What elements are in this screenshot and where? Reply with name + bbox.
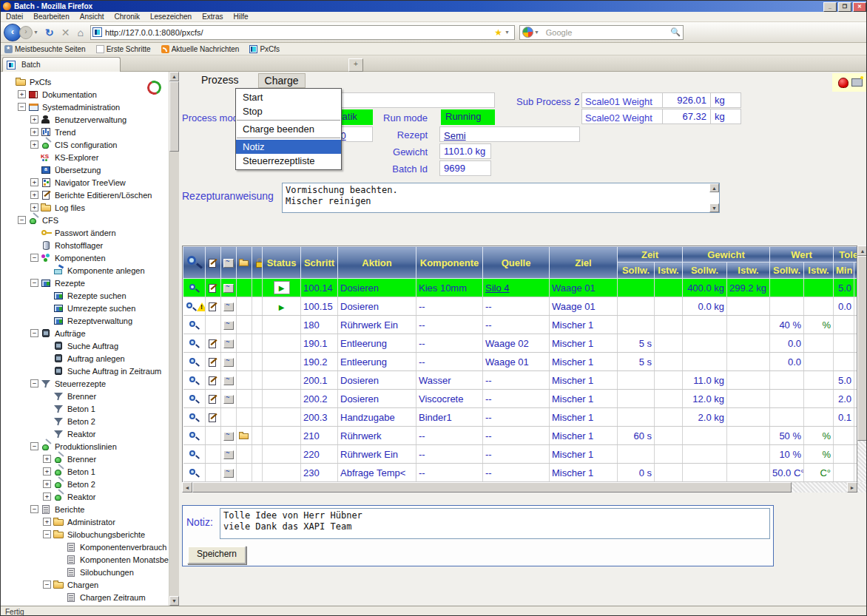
bookmark-item[interactable]: PxCfs	[249, 45, 280, 53]
menu-item-steuerrezeptliste[interactable]: Steuerrezeptliste	[236, 154, 341, 168]
menu-item-notiz[interactable]: Notiz	[236, 140, 341, 154]
maximize-button[interactable]: ❐	[838, 2, 851, 12]
header-magnifier-big-icon[interactable]	[183, 247, 206, 279]
table-row[interactable]: 210Rührwerk----Mischer 160 s50 %%	[183, 427, 858, 445]
magnifier-icon[interactable]	[189, 394, 200, 405]
browser-menu-datei[interactable]: Datei	[1, 13, 28, 21]
plus-expander-icon[interactable]: +	[30, 141, 38, 149]
bookmark-item[interactable]: Meistbesuchte Seiten	[4, 45, 86, 53]
tree-item-berichte-editieren-l-schen[interactable]: +Berichte Editieren/Löschen	[1, 189, 169, 201]
sub-header-sollw[interactable]: Sollw.	[618, 263, 655, 279]
plus-expander-icon[interactable]: +	[43, 467, 51, 475]
menu-item-charge-beenden[interactable]: Charge beenden	[236, 122, 341, 136]
menu-item-stop[interactable]: Stop	[236, 104, 341, 118]
stop-button[interactable]: ✕	[61, 27, 70, 38]
magnifier-icon[interactable]	[189, 450, 200, 460]
tree-item-trend[interactable]: +Trend	[1, 126, 169, 138]
edit-icon[interactable]	[208, 357, 219, 368]
trend-icon[interactable]	[223, 320, 235, 331]
browser-menu-ansicht[interactable]: Ansicht	[75, 13, 109, 21]
folder-icon[interactable]	[239, 431, 250, 441]
edit-icon[interactable]	[208, 394, 219, 405]
table-row[interactable]: 200.2DosierenViscocrete--Mischer 112.0 k…	[183, 390, 858, 408]
sub-header-istw[interactable]: Istw.	[727, 263, 770, 279]
magnifier-icon[interactable]	[189, 431, 200, 441]
tree-item-navigator-treeview[interactable]: +Navigator TreeView	[1, 176, 169, 189]
tree-item-beton-2[interactable]: +Beton 2	[1, 415, 169, 427]
table-row[interactable]: 220Rührwerk Ein----Mischer 110 %%	[183, 445, 858, 464]
tree-item-brenner[interactable]: +Brenner	[1, 390, 169, 402]
tree-item-silobuchungen[interactable]: +Silobuchungen	[1, 566, 169, 578]
edit-icon[interactable]	[208, 339, 219, 349]
sub-header-istw[interactable]: Istw.	[804, 263, 834, 279]
column-header-ziel[interactable]: Ziel	[550, 247, 618, 279]
tree-item-komponentenverbrauch[interactable]: +Komponentenverbrauch	[1, 541, 169, 553]
notiz-textarea[interactable]: Tolle Idee von Herr Hübner viele Dank da…	[220, 508, 770, 539]
plus-expander-icon[interactable]: +	[30, 178, 38, 186]
rezept-link[interactable]: Semi	[444, 130, 466, 141]
home-button[interactable]: ⌂	[77, 27, 83, 38]
tree-item-steuerrezepte[interactable]: −Steuerrezepte	[1, 377, 169, 390]
table-row[interactable]: 190.1Entleerung--Waage 02Mischer 15 s0.0	[183, 334, 858, 353]
tree-item-rezepte-suchen[interactable]: +Rezepte suchen	[1, 289, 169, 302]
tree-item-silobuchungsberichte[interactable]: −Silobuchungsberichte	[1, 528, 169, 541]
magnifier-icon[interactable]	[189, 413, 200, 423]
speichern-button[interactable]: Speichern	[187, 546, 246, 564]
trend-icon[interactable]	[223, 450, 235, 460]
minimize-button[interactable]: _	[823, 2, 837, 12]
column-header-status[interactable]: Status	[263, 247, 301, 279]
tree-item-chargen[interactable]: −Chargen	[1, 578, 169, 591]
header-edit-icon[interactable]	[206, 247, 221, 279]
column-header-schritt[interactable]: Schritt	[301, 247, 338, 279]
edit-icon[interactable]	[208, 376, 219, 386]
warning-icon[interactable]	[197, 302, 206, 312]
minus-expander-icon[interactable]: −	[30, 442, 38, 450]
tree-item-cfs[interactable]: −CFS	[1, 214, 169, 226]
column-header-quelle[interactable]: Quelle	[483, 247, 550, 279]
tree-item-dokumentation[interactable]: +Dokumentation	[1, 88, 169, 101]
trend-icon[interactable]	[223, 394, 235, 405]
edit-icon[interactable]	[208, 413, 219, 423]
reload-button[interactable]: ↻	[45, 27, 54, 38]
tree-item-komponente-anlegen[interactable]: +Komponente anlegen	[1, 264, 169, 277]
browser-menu-extras[interactable]: Extras	[197, 13, 228, 21]
tree-item-beton-1[interactable]: +Beton 1	[1, 402, 169, 415]
browser-menu-bearbeiten[interactable]: Bearbeiten	[28, 13, 74, 21]
table-vertical-scrollbar[interactable]: ▲ ▼	[857, 246, 867, 493]
search-icon[interactable]: 🔍	[670, 27, 681, 37]
alarm-icon[interactable]	[838, 78, 849, 88]
plus-expander-icon[interactable]: +	[30, 203, 38, 211]
plus-expander-icon[interactable]: +	[43, 480, 51, 488]
search-box[interactable]: ▼ Google 🔍	[519, 25, 684, 40]
minus-expander-icon[interactable]: −	[18, 103, 26, 111]
tree-item-reaktor[interactable]: +Reaktor	[1, 427, 169, 440]
url-bar[interactable]: http://127.0.0.1:8080/pxcfs/ ★ ▼	[90, 25, 515, 40]
minus-expander-icon[interactable]: −	[43, 581, 51, 589]
minus-expander-icon[interactable]: −	[30, 279, 38, 287]
plus-expander-icon[interactable]: +	[30, 115, 38, 123]
sub-header-min[interactable]: Min	[834, 263, 854, 279]
url-dropdown-icon[interactable]: ▼	[505, 30, 510, 35]
tree-item-passwort-ndern[interactable]: +Passwort ändern	[1, 226, 169, 239]
tree-item-berichte[interactable]: −Berichte	[1, 503, 169, 515]
plus-expander-icon[interactable]: +	[43, 493, 51, 501]
magnifier-icon[interactable]	[189, 320, 200, 331]
trend-icon[interactable]	[223, 376, 235, 386]
tree-item--bersetzung[interactable]: +Übersetzung	[1, 163, 169, 176]
trend-icon[interactable]	[223, 283, 235, 294]
browser-menu-hilfe[interactable]: Hilfe	[229, 13, 254, 21]
minus-expander-icon[interactable]: −	[30, 505, 38, 513]
minus-expander-icon[interactable]: −	[30, 254, 38, 262]
magnifier-icon[interactable]	[189, 339, 200, 349]
tab-batch[interactable]: Batch	[2, 57, 121, 72]
rezepturanweisung-textarea[interactable]: Vormischung beachten. Mischer reinigen ▲…	[282, 183, 720, 213]
tree-item-auftrag-anlegen[interactable]: +Auftrag anlegen	[1, 352, 169, 365]
menu-item-start[interactable]: Start	[236, 90, 341, 104]
tree-item-suche-auftrag-in-zeitraum[interactable]: +Suche Auftrag in Zeitraum	[1, 365, 169, 377]
minus-expander-icon[interactable]: −	[18, 216, 26, 224]
magnifier-icon[interactable]	[186, 302, 197, 312]
edit-icon[interactable]	[208, 283, 219, 294]
tree-item-beton-2[interactable]: +Beton 2	[1, 478, 169, 490]
column-header-komponente[interactable]: Komponente	[416, 247, 483, 279]
column-header-aktion[interactable]: Aktion	[338, 247, 416, 279]
